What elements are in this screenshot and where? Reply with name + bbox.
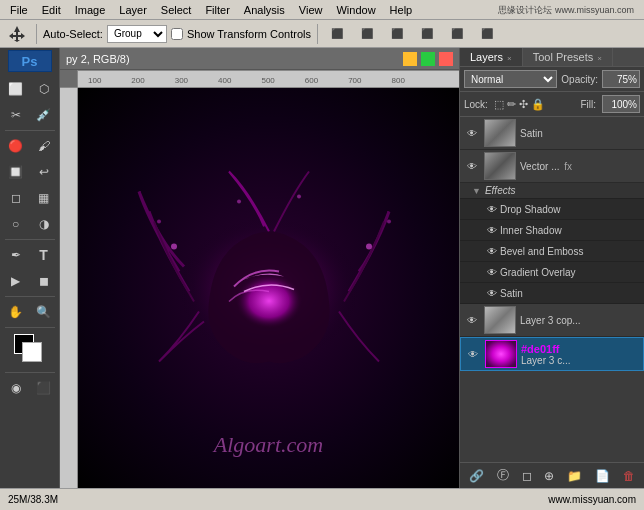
show-transform-checkbox[interactable]: [171, 28, 183, 40]
color-swatches[interactable]: [14, 334, 46, 366]
thumb-layer3copy: [484, 306, 516, 334]
dodge-tool[interactable]: ◑: [31, 212, 57, 236]
new-group-btn[interactable]: 📁: [563, 467, 586, 485]
eye-layer3c[interactable]: 👁: [465, 346, 481, 362]
eyedropper-tool[interactable]: 💉: [31, 103, 57, 127]
tool-sep-2: [5, 239, 55, 240]
history-brush-tool[interactable]: ↩: [31, 160, 57, 184]
path-select-tool[interactable]: ▶: [3, 269, 29, 293]
effect-gradient-overlay[interactable]: 👁 Gradient Overlay: [460, 262, 644, 283]
menu-edit[interactable]: Edit: [36, 0, 67, 20]
layer-name-layer3c: Layer 3 c...: [521, 355, 639, 366]
eraser-tool[interactable]: ◻: [3, 186, 29, 210]
screenmode-btn[interactable]: ⬛: [31, 376, 57, 400]
maximize-btn[interactable]: [421, 52, 435, 66]
menu-layer[interactable]: Layer: [113, 0, 153, 20]
tool-sep-1: [5, 130, 55, 131]
add-style-btn[interactable]: Ⓕ: [493, 465, 513, 486]
type-tool[interactable]: T: [31, 243, 57, 267]
toolbar-sep-1: [36, 24, 37, 44]
tick-700: 700: [348, 76, 361, 85]
thumb-vector: [484, 152, 516, 180]
canvas-image: Algoart.com: [78, 88, 459, 488]
blur-tool[interactable]: ○: [3, 212, 29, 236]
effect-name-satin: Satin: [500, 288, 523, 299]
lasso-tool[interactable]: ⬡: [31, 77, 57, 101]
delete-layer-btn[interactable]: 🗑: [619, 467, 639, 485]
eye-layer3copy[interactable]: 👁: [464, 312, 480, 328]
move-tool-btn[interactable]: [4, 22, 30, 46]
layer-item-satin[interactable]: 👁 Satin: [460, 117, 644, 150]
quickmask-btn[interactable]: ◉: [3, 376, 29, 400]
zoom-tool[interactable]: 🔍: [31, 300, 57, 324]
menu-view[interactable]: View: [293, 0, 329, 20]
menu-window[interactable]: Window: [330, 0, 381, 20]
fill-label: Fill:: [580, 99, 596, 110]
layer-name-satin: Satin: [520, 128, 640, 139]
eye-bevel-emboss[interactable]: 👁: [484, 243, 500, 259]
pen-tool[interactable]: ✒: [3, 243, 29, 267]
thumb-layer3c: [485, 340, 517, 368]
gradient-tool[interactable]: ▦: [31, 186, 57, 210]
layer-item-vector[interactable]: 👁 Vector ... fx: [460, 150, 644, 183]
layer-item-layer3copy[interactable]: 👁 Layer 3 cop...: [460, 304, 644, 337]
hand-tool[interactable]: ✋: [3, 300, 29, 324]
align-bottom-btn[interactable]: ⬛: [474, 22, 500, 46]
effect-name-bevel-emboss: Bevel and Emboss: [500, 246, 583, 257]
eye-drop-shadow[interactable]: 👁: [484, 201, 500, 217]
menu-filter[interactable]: Filter: [199, 0, 235, 20]
menu-file[interactable]: File: [4, 0, 34, 20]
crop-tool[interactable]: ✂: [3, 103, 29, 127]
menu-analysis[interactable]: Analysis: [238, 0, 291, 20]
menu-image[interactable]: Image: [69, 0, 112, 20]
eye-gradient-overlay[interactable]: 👁: [484, 264, 500, 280]
align-right-btn[interactable]: ⬛: [384, 22, 410, 46]
layer-name-vector: Vector ... fx: [520, 161, 640, 172]
tool-row-4: 🔲 ↩: [2, 159, 58, 185]
tab-tool-presets[interactable]: Tool Presets×: [523, 48, 613, 66]
align-left-btn[interactable]: ⬛: [324, 22, 350, 46]
minimize-btn[interactable]: [403, 52, 417, 66]
opacity-input[interactable]: [602, 70, 640, 88]
lock-pixels-icon[interactable]: ✏: [507, 98, 516, 111]
brush-tool[interactable]: 🖌: [31, 134, 57, 158]
canvas-content[interactable]: Algoart.com: [78, 88, 459, 488]
link-layers-btn[interactable]: 🔗: [465, 467, 488, 485]
lock-position-icon[interactable]: ✣: [519, 98, 528, 111]
fill-input[interactable]: [602, 95, 640, 113]
align-center-btn[interactable]: ⬛: [354, 22, 380, 46]
effect-bevel-emboss[interactable]: 👁 Bevel and Emboss: [460, 241, 644, 262]
layer-item-layer3c[interactable]: 👁 #de01ff Layer 3 c...: [460, 337, 644, 371]
marquee-tool[interactable]: ⬜: [3, 77, 29, 101]
tool-row-8: ▶ ◼: [2, 268, 58, 294]
new-fill-btn[interactable]: ⊕: [540, 467, 558, 485]
new-layer-btn[interactable]: 📄: [591, 467, 614, 485]
menu-select[interactable]: Select: [155, 0, 198, 20]
lock-all-icon[interactable]: 🔒: [531, 98, 545, 111]
blend-mode-select[interactable]: Normal Multiply Screen Overlay: [464, 70, 557, 88]
close-btn[interactable]: [439, 52, 453, 66]
spot-heal-tool[interactable]: 🔴: [3, 134, 29, 158]
effect-drop-shadow[interactable]: 👁 Drop Shadow: [460, 199, 644, 220]
eye-satin-effect[interactable]: 👁: [484, 285, 500, 301]
align-middle-btn[interactable]: ⬛: [444, 22, 470, 46]
align-top-btn[interactable]: ⬛: [414, 22, 440, 46]
tool-sep-5: [5, 372, 55, 373]
lock-transparent-icon[interactable]: ⬚: [494, 98, 504, 111]
eye-satin[interactable]: 👁: [464, 125, 480, 141]
menu-help[interactable]: Help: [384, 0, 419, 20]
autoselect-select[interactable]: Group Layer: [107, 25, 167, 43]
tab-layers[interactable]: Layers×: [460, 48, 523, 66]
add-mask-btn[interactable]: ◻: [518, 467, 536, 485]
bg-color[interactable]: [22, 342, 42, 362]
shape-tool[interactable]: ◼: [31, 269, 57, 293]
effect-inner-shadow[interactable]: 👁 Inner Shadow: [460, 220, 644, 241]
eye-vector[interactable]: 👁: [464, 158, 480, 174]
effect-satin[interactable]: 👁 Satin: [460, 283, 644, 304]
eye-inner-shadow[interactable]: 👁: [484, 222, 500, 238]
stamp-tool[interactable]: 🔲: [3, 160, 29, 184]
canvas-body: Algoart.com: [60, 88, 459, 488]
ruler-vertical: [60, 88, 78, 488]
effects-header[interactable]: ▼ Effects: [460, 183, 644, 199]
layer-info-layer3c: #de01ff Layer 3 c...: [521, 343, 639, 366]
